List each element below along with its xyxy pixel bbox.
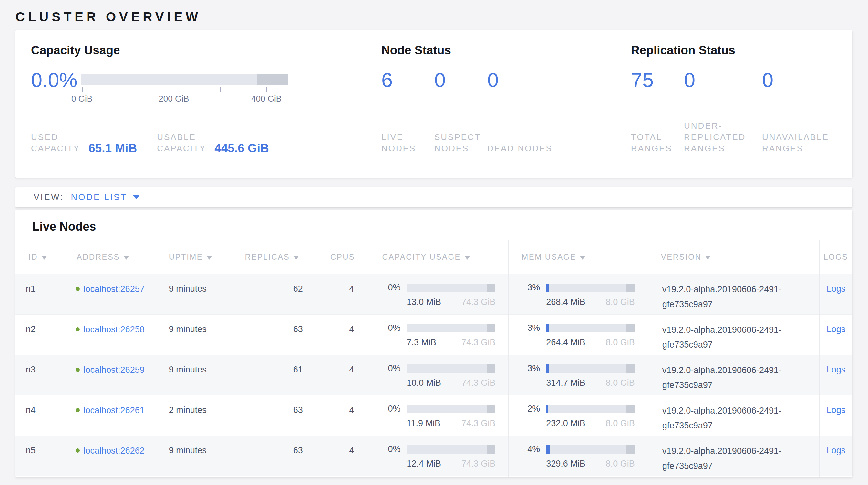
- cpus-cell: 4: [317, 395, 369, 436]
- logs-link[interactable]: Logs: [827, 324, 846, 334]
- node-address-link[interactable]: localhost:26259: [84, 365, 145, 375]
- node-address-link[interactable]: localhost:26262: [84, 446, 145, 456]
- mem-usage-bar: [546, 405, 635, 413]
- capacity-usage-bar: [407, 364, 496, 373]
- node-status-labels: LIVE NODES SUSPECT NODES DEAD NODES: [381, 132, 631, 154]
- table-row: n5 localhost:26262 9 minutes 63 4 0% 12.…: [16, 436, 852, 476]
- mem-usage-cell: 3% 314.7 MiB 8.0 GiB: [508, 355, 648, 395]
- column-header-uptime[interactable]: UPTIME: [156, 240, 232, 274]
- node-status-section: Node Status 6 0 0 LIVE NODES SUSPECT NOD…: [381, 43, 631, 154]
- node-id-cell: n3: [16, 355, 64, 395]
- node-address-cell: localhost:26258: [64, 315, 156, 355]
- mem-usage-fill: [546, 405, 548, 413]
- node-live-dot-icon: [75, 287, 80, 291]
- node-address-link[interactable]: localhost:26258: [84, 325, 145, 334]
- node-status-values: 6 0 0: [381, 68, 631, 91]
- capacity-total-value: 74.3 GiB: [461, 459, 495, 469]
- logs-link[interactable]: Logs: [827, 365, 846, 374]
- table-row: n2 localhost:26258 9 minutes 63 4 0% 7.3…: [16, 315, 852, 355]
- node-live-dot-icon: [75, 368, 80, 372]
- view-bar: VIEW: NODE LIST: [16, 187, 852, 207]
- capacity-total-value: 74.3 GiB: [461, 419, 495, 428]
- column-header-version[interactable]: VERSION: [648, 240, 819, 274]
- version-cell: v19.2.0-alpha.20190606-2491-gfe735c9a97: [648, 274, 819, 315]
- mem-usage-bar: [546, 284, 635, 292]
- capacity-bar-track: [82, 74, 288, 85]
- column-header-label: LOGS: [824, 253, 848, 261]
- capacity-total-value: 74.3 GiB: [461, 338, 495, 348]
- capacity-usage-title: Capacity Usage: [31, 43, 381, 58]
- cpus-cell: 4: [317, 274, 369, 315]
- mem-usage-fill: [546, 284, 549, 292]
- used-capacity-stat: USED CAPACITY 65.1 MiB: [31, 132, 137, 154]
- capacity-used-value: 13.0 MiB: [407, 297, 441, 307]
- usable-capacity-stat: USABLE CAPACITY 445.6 GiB: [157, 132, 269, 154]
- mem-used-value: 232.0 MiB: [546, 419, 585, 428]
- mem-total-value: 8.0 GiB: [606, 378, 635, 388]
- mem-used-value: 264.4 MiB: [546, 338, 585, 348]
- capacity-total-value: 74.3 GiB: [461, 378, 495, 388]
- replicas-cell: 63: [232, 395, 317, 436]
- replicas-cell: 62: [232, 274, 317, 315]
- mem-usage-cell: 2% 232.0 MiB 8.0 GiB: [508, 395, 648, 436]
- mem-usage-cell: 3% 268.4 MiB 8.0 GiB: [508, 274, 648, 315]
- logs-cell: Logs: [819, 355, 852, 395]
- live-nodes-table-body: n1 localhost:26257 9 minutes 62 4 0% 13.…: [16, 274, 852, 476]
- axis-tick: [267, 87, 267, 91]
- node-live-dot-icon: [75, 449, 80, 453]
- logs-link[interactable]: Logs: [827, 446, 846, 455]
- uptime-cell: 2 minutes: [156, 395, 232, 436]
- column-header-replicas[interactable]: REPLICAS: [232, 240, 317, 274]
- replicas-cell: 63: [232, 315, 317, 355]
- mem-total-value: 8.0 GiB: [606, 297, 635, 307]
- table-row: n3 localhost:26259 9 minutes 61 4 0% 10.…: [16, 355, 852, 395]
- capacity-percent: 0.0%: [31, 68, 78, 91]
- axis-tick: [174, 87, 175, 91]
- node-address-link[interactable]: localhost:26257: [84, 284, 145, 294]
- replication-status-title: Replication Status: [631, 43, 840, 58]
- column-header-address[interactable]: ADDRESS: [64, 240, 156, 274]
- sort-desc-icon: [580, 256, 585, 260]
- axis-tick-label: 0 GiB: [71, 94, 92, 104]
- sort-desc-icon: [293, 256, 299, 260]
- column-header-id[interactable]: ID: [16, 240, 64, 274]
- mem-usage-cell: 4% 329.6 MiB 8.0 GiB: [508, 436, 648, 476]
- live-nodes-card: Live Nodes IDADDRESSUPTIMEREPLICASCPUSCA…: [16, 210, 852, 477]
- logs-link[interactable]: Logs: [827, 405, 846, 415]
- capacity-usage-cell: 0% 12.4 MiB 74.3 GiB: [369, 436, 508, 476]
- capacity-usage-cell: 0% 11.9 MiB 74.3 GiB: [369, 395, 508, 436]
- uptime-cell: 9 minutes: [156, 436, 232, 476]
- node-address-link[interactable]: localhost:26261: [84, 405, 145, 415]
- live-nodes-title: Live Nodes: [32, 220, 852, 234]
- under-replicated-label: UNDER-REPLICATED RANGES: [684, 120, 754, 154]
- capacity-usage-cell: 0% 10.0 MiB 74.3 GiB: [369, 355, 508, 395]
- table-row: n1 localhost:26257 9 minutes 62 4 0% 13.…: [16, 274, 852, 315]
- column-header-logs: LOGS: [819, 240, 852, 274]
- capacity-stats: USED CAPACITY 65.1 MiB USABLE CAPACITY 4…: [31, 132, 381, 154]
- column-header-mem[interactable]: MEM USAGE: [508, 240, 648, 274]
- capacity-usage-section: Capacity Usage 0.0% 0 GiB 200 GiB 400 Gi…: [31, 43, 381, 154]
- under-replicated-count: 0: [684, 68, 754, 91]
- used-capacity-value: 65.1 MiB: [89, 142, 137, 155]
- mem-percent-label: 3%: [527, 323, 543, 333]
- view-selector-dropdown[interactable]: NODE LIST: [71, 192, 140, 202]
- logs-cell: Logs: [819, 436, 852, 476]
- dead-nodes-label: DEAD NODES: [487, 143, 565, 154]
- mem-percent-label: 3%: [527, 364, 543, 373]
- column-header-cap[interactable]: CAPACITY USAGE: [369, 240, 508, 274]
- uptime-cell: 9 minutes: [156, 274, 232, 315]
- capacity-gauge: 0.0% 0 GiB 200 GiB 400 GiB: [31, 68, 381, 91]
- node-address-cell: localhost:26262: [64, 436, 156, 476]
- mem-total-value: 8.0 GiB: [606, 338, 635, 348]
- logs-link[interactable]: Logs: [827, 284, 846, 293]
- live-nodes-table: IDADDRESSUPTIMEREPLICASCPUSCAPACITY USAG…: [16, 240, 852, 477]
- logs-cell: Logs: [819, 274, 852, 315]
- mem-total-value: 8.0 GiB: [606, 419, 635, 428]
- summary-card: Capacity Usage 0.0% 0 GiB 200 GiB 400 Gi…: [16, 30, 852, 177]
- mem-usage-fill: [546, 324, 549, 333]
- capacity-percent-label: 0%: [388, 323, 404, 333]
- capacity-percent-label: 0%: [388, 283, 404, 293]
- chevron-down-icon: [133, 195, 140, 199]
- capacity-usage-cell: 0% 13.0 MiB 74.3 GiB: [369, 274, 508, 315]
- total-ranges-label: TOTAL RANGES: [631, 132, 676, 154]
